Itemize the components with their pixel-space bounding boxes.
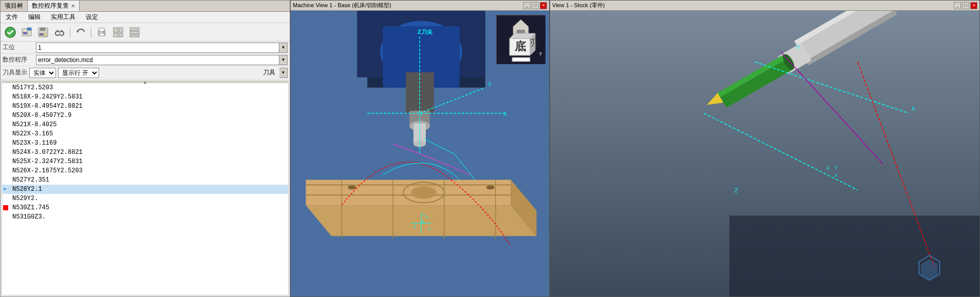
nc-program-dropdown[interactable]: ▼ — [279, 55, 288, 65]
tool-dropdown[interactable]: ▼ — [279, 68, 288, 78]
print-button[interactable] — [94, 25, 109, 39]
stock-view-close[interactable]: ✕ — [970, 2, 977, 9]
machine-view-controls: _ □ ✕ — [523, 2, 547, 9]
code-text: N525X-2.3247Y2.5831 — [12, 158, 83, 165]
tab-bar: 项目树 数控程序复查 ✕ — [1, 1, 290, 12]
verify-button[interactable] — [3, 25, 18, 39]
work-offset-dropdown[interactable]: ▼ — [279, 43, 288, 53]
code-line-n521[interactable]: N521X-8.4025 — [2, 120, 288, 129]
code-text: N517Y2.5203 — [12, 84, 53, 91]
stock-view-title-bar: View 1 - Stock (零件) _ □ ✕ — [550, 1, 979, 11]
svg-rect-16 — [99, 33, 104, 36]
code-text: N524X-3.0722Y2.8821 — [12, 149, 83, 156]
code-line-n518[interactable]: N518X-9.2429Y2.5831 — [2, 92, 288, 102]
nc-program-row: 数控程序 ▼ — [1, 54, 290, 66]
svg-rect-24 — [130, 35, 139, 37]
svg-rect-70 — [512, 57, 530, 62]
menu-bar: 文件 编辑 实用工具 设定 — [1, 12, 290, 23]
nc-open-button[interactable]: NC — [19, 25, 34, 39]
code-line-n517[interactable]: N517Y2.5203 — [2, 83, 288, 92]
code-text: N521X-8.4025 — [12, 121, 56, 128]
code-line-n519[interactable]: N519X-8.4954Y2.8821 — [2, 102, 288, 111]
machine-view-close[interactable]: ✕ — [540, 2, 547, 9]
svg-text:Z: Z — [413, 224, 417, 229]
toolbar-separator-1 — [70, 27, 70, 37]
menu-settings[interactable]: 设定 — [83, 12, 101, 23]
stock-viewport[interactable]: X Y Z Z Y X — [550, 11, 979, 296]
code-line-n531[interactable]: N531G0Z3. — [2, 212, 288, 222]
tool-display-type-select[interactable]: 实体 线框 — [29, 68, 56, 78]
svg-rect-21 — [119, 33, 123, 37]
svg-text:Y: Y — [835, 165, 838, 170]
code-line-n527[interactable]: N527Y2.351 — [2, 175, 288, 185]
code-line-n526[interactable]: N526X-2.1675Y2.5203 — [2, 166, 288, 175]
middle-panel: Machine View 1 - Base (机床/切削模型) _ □ ✕ — [290, 0, 550, 297]
svg-text:Z: Z — [734, 187, 738, 193]
svg-rect-18 — [114, 28, 118, 32]
code-line-n523[interactable]: N523X-3.1169 — [2, 138, 288, 148]
svg-marker-36 — [306, 180, 511, 205]
svg-point-17 — [103, 32, 104, 33]
stock-view-controls: _ □ ✕ — [954, 2, 977, 9]
code-list[interactable]: ▲ N517Y2.5203 N518X-9.2429Y2.5831 N519X-… — [2, 81, 289, 295]
orientation-cube[interactable]: 底 刃 — [496, 15, 545, 64]
code-text: N528Y2.1 — [12, 186, 42, 193]
tool-show-select[interactable]: 显示行 开 显示行 关 — [58, 68, 99, 78]
machine-viewport[interactable]: Z刀尖 Y X X Y Z — [291, 11, 549, 296]
work-offset-input[interactable] — [36, 43, 279, 53]
svg-rect-15 — [99, 28, 104, 31]
code-line-n522[interactable]: N522X-3.165 — [2, 129, 288, 138]
svg-point-45 — [411, 186, 437, 199]
svg-text:Z: Z — [827, 165, 830, 170]
code-line-n520[interactable]: N520X-8.4507Y2.9 — [2, 111, 288, 120]
toolbar: NC NC — [1, 23, 290, 42]
stock-view-maximize[interactable]: □ — [962, 2, 969, 9]
tab-project-tree[interactable]: 项目树 — [1, 1, 28, 11]
svg-text:X: X — [835, 173, 838, 178]
code-text: N523X-3.1169 — [12, 140, 56, 147]
code-line-n524[interactable]: N524X-3.0722Y2.8821 — [2, 148, 288, 157]
machine-view-maximize[interactable]: □ — [532, 2, 539, 9]
svg-text:X: X — [503, 111, 507, 117]
tab-close-icon[interactable]: ✕ — [71, 3, 75, 9]
menu-file[interactable]: 文件 — [3, 12, 21, 23]
tab-nc-review[interactable]: 数控程序复查 ✕ — [28, 1, 80, 11]
tool-display-label: 刀具显示 — [3, 68, 27, 77]
binoculars-button[interactable] — [52, 25, 67, 39]
code-text: N530Z1.745 — [12, 204, 49, 211]
right-panel: View 1 - Stock (零件) _ □ ✕ — [550, 0, 980, 297]
code-text: N531G0Z3. — [12, 213, 46, 221]
svg-text:Y: Y — [488, 82, 492, 88]
code-text: N518X-9.2429Y2.5831 — [12, 93, 83, 101]
tool-label: 刀具 — [263, 68, 275, 77]
nc-program-input[interactable] — [36, 55, 279, 65]
menu-edit[interactable]: 编辑 — [25, 12, 44, 23]
stock-view-title: View 1 - Stock (零件) — [552, 2, 605, 9]
svg-text:X: X — [911, 106, 915, 112]
machine-view-minimize[interactable]: _ — [523, 2, 531, 9]
code-line-n525[interactable]: N525X-2.3247Y2.5831 — [2, 157, 288, 166]
nc-save-button[interactable]: NC — [35, 25, 51, 39]
undo-button[interactable] — [73, 25, 88, 39]
tool-show-wrapper: 显示行 开 显示行 关 — [58, 68, 99, 78]
svg-text:NC: NC — [40, 33, 44, 36]
svg-rect-10 — [59, 32, 61, 34]
svg-rect-19 — [119, 28, 123, 32]
code-line-n530[interactable]: N530Z1.745 — [2, 203, 288, 212]
svg-rect-20 — [114, 33, 118, 37]
menu-utils[interactable]: 实用工具 — [48, 12, 79, 23]
view1-button[interactable] — [110, 25, 126, 39]
tool-display-type-wrapper: 实体 线框 — [29, 68, 56, 78]
svg-point-47 — [486, 185, 495, 189]
svg-text:Y: Y — [428, 227, 431, 232]
svg-rect-3 — [27, 28, 31, 30]
code-line-n528[interactable]: ➤ N528Y2.1 — [2, 185, 288, 194]
view2-button[interactable] — [127, 25, 142, 39]
code-line-n529[interactable]: N529Y2. — [2, 194, 288, 203]
stock-view-minimize[interactable]: _ — [954, 2, 961, 9]
svg-text:X: X — [421, 219, 424, 224]
svg-text:Y: Y — [796, 44, 800, 50]
current-line-arrow: ➤ — [3, 186, 7, 193]
svg-rect-5 — [40, 28, 45, 31]
svg-text:底: 底 — [514, 40, 526, 53]
